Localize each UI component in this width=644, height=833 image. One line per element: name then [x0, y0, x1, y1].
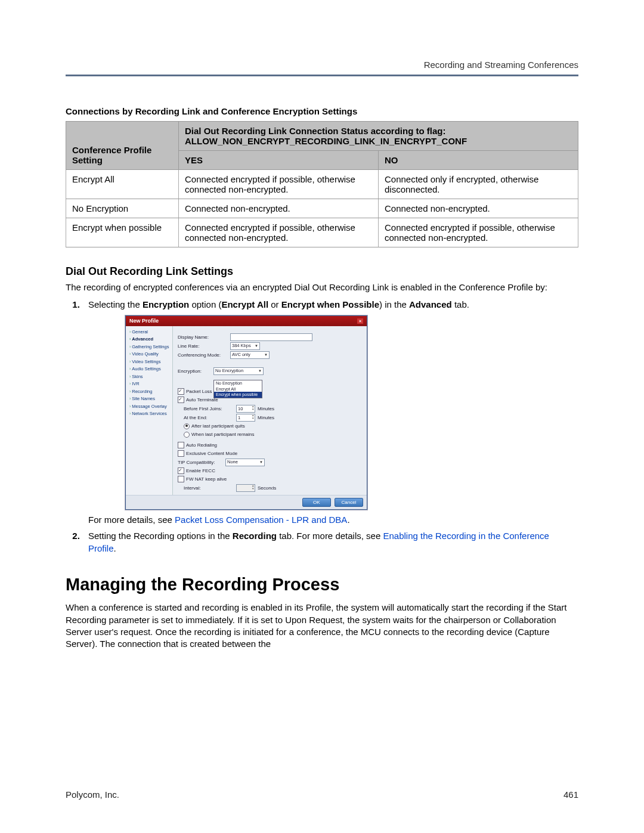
text: ) in the [379, 299, 409, 309]
label-before-join: Before First Joins: [184, 405, 236, 412]
text: Setting the Recording options in the [88, 531, 233, 541]
label-seconds: Seconds [258, 485, 276, 491]
table-row: Encrypt All Connected encrypted if possi… [66, 170, 578, 199]
new-profile-dialog: New Profile × General Advanced Gathering… [125, 315, 367, 510]
chevron-down-icon: ▼ [264, 352, 268, 357]
cell: Encrypt when possible [66, 218, 179, 247]
label-auto-redial: Auto Redialing [186, 442, 217, 448]
nav-item-advanced[interactable]: Advanced [126, 336, 172, 343]
subheading: Dial Out Recording Link Settings [66, 265, 578, 278]
label-minutes: Minutes [258, 405, 274, 412]
label-line-rate: Line Rate: [178, 343, 230, 349]
th-profile-setting: Conference Profile Setting [66, 122, 179, 170]
nav-item[interactable]: Video Settings [126, 358, 172, 366]
dropdown-option[interactable]: No Encryption [214, 380, 262, 386]
nav-item[interactable]: General [126, 329, 172, 336]
section-heading: Managing the Recording Process [66, 575, 578, 594]
label-minutes: Minutes [258, 414, 274, 421]
paragraph: When a conference is started and recordi… [66, 602, 578, 650]
th-span: Dial Out Recording Link Connection Statu… [178, 122, 578, 151]
after-last-radio[interactable] [184, 423, 190, 429]
display-name-input[interactable] [230, 333, 312, 341]
text: or [268, 299, 281, 309]
text: Selecting the [88, 299, 143, 309]
dropdown-option[interactable]: Encrypt when possible [214, 392, 262, 398]
nav-item[interactable]: IVR [126, 380, 172, 388]
label-after-last: After last participant quits [191, 423, 245, 429]
chevron-down-icon: ▼ [258, 368, 262, 373]
nav-item[interactable]: Network Services [126, 410, 172, 418]
tip-select[interactable]: None▼ [225, 459, 265, 466]
footer-left: Polycom, Inc. [66, 789, 119, 800]
footer-page-number: 461 [564, 789, 578, 800]
label-tip: TIP Compatibility: [178, 459, 225, 466]
cell: Connected only if encrypted, otherwise d… [378, 170, 578, 199]
label-conf-mode: Conferencing Mode: [178, 352, 230, 358]
step-1: Selecting the Encryption option (Encrypt… [82, 298, 578, 526]
text: tab. For more details, see [277, 531, 383, 541]
table-title: Connections by Recording Link and Confer… [66, 106, 578, 116]
more-details-1: For more details, see Packet Loss Compen… [88, 513, 578, 526]
nav-item[interactable]: Gathering Settings [126, 343, 172, 351]
line-rate-select[interactable]: 384 Kbps▼ [230, 342, 260, 350]
text-bold: Encrypt All [221, 299, 268, 309]
encryption-select[interactable]: No Encryption▼ [213, 367, 264, 375]
exclusive-checkbox[interactable] [178, 450, 184, 457]
steps-list: Selecting the Encryption option (Encrypt… [66, 298, 578, 555]
label-fecc: Enable FECC [186, 467, 215, 474]
auto-terminate-checkbox[interactable] [178, 397, 184, 403]
label-nat: FW NAT keep alive [186, 476, 227, 482]
paragraph: The recording of encrypted conferences v… [66, 281, 578, 293]
document-page: Recording and Streaming Conferences Conn… [0, 0, 644, 833]
text: tab. [452, 299, 469, 309]
text-bold: Encrypt when Possible [281, 299, 379, 309]
conf-mode-select[interactable]: AVC only▼ [230, 351, 270, 359]
dropdown-option[interactable]: Encrypt All [214, 386, 262, 392]
nav-item[interactable]: Video Quality [126, 351, 172, 358]
cancel-button[interactable]: Cancel [335, 498, 363, 507]
label-when-last: When last participant remains [191, 431, 254, 438]
link-plc[interactable]: Packet Loss Compensation - LPR and DBA [175, 515, 347, 525]
cell: Connected non-encrypted. [378, 199, 578, 218]
at-end-spinner[interactable]: 1 [236, 414, 255, 422]
interval-spinner[interactable] [236, 484, 255, 492]
nav-item[interactable]: Recording [126, 388, 172, 396]
dialog-button-bar: OK Cancel [126, 495, 367, 509]
before-join-spinner[interactable]: 10 [236, 405, 255, 413]
cell: Connected encrypted if possible, otherwi… [178, 218, 378, 247]
cell: No Encryption [66, 199, 179, 218]
chevron-down-icon: ▼ [259, 460, 263, 465]
th-no: NO [378, 151, 578, 170]
nav-item[interactable]: Audio Settings [126, 366, 172, 373]
label-display-name: Display Name: [178, 334, 230, 340]
label-at-end: At the End: [184, 414, 236, 421]
encryption-dropdown-open[interactable]: No Encryption Encrypt All Encrypt when p… [213, 380, 262, 398]
text: For more details, see [88, 515, 175, 525]
plc-checkbox[interactable] [178, 388, 184, 395]
text-bold: Encryption [143, 299, 189, 309]
step-2: Setting the Recording options in the Rec… [82, 529, 578, 555]
text: . [114, 543, 116, 553]
label-exclusive: Exclusive Content Mode [186, 450, 237, 457]
auto-redial-checkbox[interactable] [178, 442, 184, 448]
encryption-table: Conference Profile Setting Dial Out Reco… [66, 121, 578, 247]
page-footer: Polycom, Inc. 461 [66, 789, 578, 800]
nav-item[interactable]: Skins [126, 373, 172, 381]
nav-item[interactable]: Site Names [126, 395, 172, 403]
nav-item[interactable]: Message Overlay [126, 403, 172, 411]
th-yes: YES [178, 151, 378, 170]
nat-checkbox[interactable] [178, 476, 184, 482]
text: option ( [189, 299, 221, 309]
text-bold: Advanced [409, 299, 452, 309]
close-icon[interactable]: × [357, 318, 363, 324]
ok-button[interactable]: OK [302, 498, 331, 507]
running-header: Recording and Streaming Conferences [66, 60, 578, 70]
dialog-titlebar: New Profile × [126, 316, 367, 326]
cell: Connected encrypted if possible, otherwi… [178, 170, 378, 199]
dialog-form: Display Name: Line Rate: 384 Kbps▼ Confe… [173, 326, 367, 495]
fecc-checkbox[interactable] [178, 467, 184, 474]
cell: Connected encrypted if possible, otherwi… [378, 218, 578, 247]
when-last-radio[interactable] [184, 432, 190, 438]
cell: Encrypt All [66, 170, 179, 199]
table-row: No Encryption Connected non-encrypted. C… [66, 199, 578, 218]
